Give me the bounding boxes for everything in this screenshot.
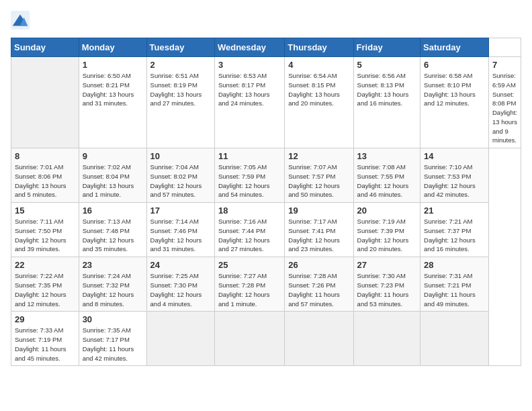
empty-cell [11, 57, 79, 148]
calendar-day-cell: 14Sunrise: 7:10 AMSunset: 7:53 PMDayligh… [420, 148, 489, 203]
day-number: 6 [424, 60, 485, 70]
day-info: Sunrise: 7:24 AMSunset: 7:32 PMDaylight:… [83, 271, 143, 308]
day-number: 23 [83, 260, 143, 270]
day-info: Sunrise: 7:16 AMSunset: 7:44 PMDaylight:… [218, 217, 281, 254]
day-info: Sunrise: 6:54 AMSunset: 8:15 PMDaylight:… [288, 71, 349, 108]
day-number: 22 [15, 260, 75, 270]
calendar-day-cell: 19Sunrise: 7:17 AMSunset: 7:41 PMDayligh… [285, 203, 353, 257]
day-info: Sunrise: 6:51 AMSunset: 8:19 PMDaylight:… [150, 71, 211, 108]
day-info: Sunrise: 6:59 AMSunset: 8:08 PMDaylight:… [492, 71, 517, 145]
day-number: 17 [150, 205, 211, 216]
day-number: 25 [218, 260, 281, 270]
day-number: 1 [83, 60, 143, 70]
calendar-day-cell: 16Sunrise: 7:13 AMSunset: 7:48 PMDayligh… [79, 203, 146, 257]
day-info: Sunrise: 7:33 AMSunset: 7:19 PMDaylight:… [15, 326, 75, 363]
day-info: Sunrise: 7:27 AMSunset: 7:28 PMDaylight:… [218, 271, 281, 308]
day-info: Sunrise: 7:07 AMSunset: 7:57 PMDaylight:… [288, 163, 349, 199]
calendar-day-cell [146, 312, 214, 366]
day-number: 24 [150, 260, 211, 270]
weekday-header-thursday: Thursday [285, 38, 353, 57]
weekday-header-sunday: Sunday [11, 38, 79, 57]
day-info: Sunrise: 7:10 AMSunset: 7:53 PMDaylight:… [424, 163, 485, 199]
day-info: Sunrise: 7:08 AMSunset: 7:55 PMDaylight:… [357, 163, 416, 199]
day-number: 7 [492, 60, 517, 70]
day-number: 8 [15, 151, 75, 161]
day-info: Sunrise: 7:05 AMSunset: 7:59 PMDaylight:… [218, 163, 281, 199]
weekday-header-wednesday: Wednesday [214, 38, 284, 57]
calendar-day-cell: 4Sunrise: 6:54 AMSunset: 8:15 PMDaylight… [285, 57, 353, 148]
day-number: 20 [357, 205, 416, 216]
calendar-day-cell: 18Sunrise: 7:16 AMSunset: 7:44 PMDayligh… [214, 203, 284, 257]
calendar-day-cell: 29Sunrise: 7:33 AMSunset: 7:19 PMDayligh… [11, 312, 79, 366]
day-number: 15 [15, 205, 75, 216]
day-info: Sunrise: 6:53 AMSunset: 8:17 PMDaylight:… [218, 71, 281, 108]
day-number: 27 [357, 260, 416, 270]
calendar-day-cell: 28Sunrise: 7:31 AMSunset: 7:21 PMDayligh… [420, 257, 489, 312]
calendar-day-cell: 8Sunrise: 7:01 AMSunset: 8:06 PMDaylight… [11, 148, 79, 203]
day-number: 3 [218, 60, 281, 70]
calendar-day-cell: 27Sunrise: 7:30 AMSunset: 7:23 PMDayligh… [353, 257, 420, 312]
day-number: 2 [150, 60, 211, 70]
calendar-day-cell: 24Sunrise: 7:25 AMSunset: 7:30 PMDayligh… [146, 257, 214, 312]
day-info: Sunrise: 7:21 AMSunset: 7:37 PMDaylight:… [424, 217, 485, 254]
day-number: 10 [150, 151, 211, 161]
calendar-day-cell: 12Sunrise: 7:07 AMSunset: 7:57 PMDayligh… [285, 148, 353, 203]
day-number: 14 [424, 151, 485, 161]
weekday-header-saturday: Saturday [420, 38, 489, 57]
day-info: Sunrise: 7:31 AMSunset: 7:21 PMDaylight:… [424, 271, 485, 308]
day-number: 11 [218, 151, 281, 161]
calendar-day-cell: 20Sunrise: 7:19 AMSunset: 7:39 PMDayligh… [353, 203, 420, 257]
weekday-header-monday: Monday [79, 38, 146, 57]
day-number: 13 [357, 151, 416, 161]
day-info: Sunrise: 7:02 AMSunset: 8:04 PMDaylight:… [83, 163, 143, 199]
calendar-day-cell: 23Sunrise: 7:24 AMSunset: 7:32 PMDayligh… [79, 257, 146, 312]
calendar-day-cell: 13Sunrise: 7:08 AMSunset: 7:55 PMDayligh… [353, 148, 420, 203]
day-info: Sunrise: 7:28 AMSunset: 7:26 PMDaylight:… [288, 271, 349, 308]
day-number: 19 [288, 205, 349, 216]
calendar-day-cell: 3Sunrise: 6:53 AMSunset: 8:17 PMDaylight… [214, 57, 284, 148]
weekday-header-friday: Friday [353, 38, 420, 57]
day-number: 12 [288, 151, 349, 161]
calendar-day-cell: 6Sunrise: 6:58 AMSunset: 8:10 PMDaylight… [420, 57, 489, 148]
day-info: Sunrise: 6:58 AMSunset: 8:10 PMDaylight:… [424, 71, 485, 108]
day-number: 21 [424, 205, 485, 216]
day-number: 30 [83, 314, 143, 324]
day-number: 29 [15, 314, 75, 324]
day-info: Sunrise: 6:50 AMSunset: 8:21 PMDaylight:… [83, 71, 143, 108]
day-info: Sunrise: 7:14 AMSunset: 7:46 PMDaylight:… [150, 217, 211, 254]
day-info: Sunrise: 7:19 AMSunset: 7:39 PMDaylight:… [357, 217, 416, 254]
calendar-day-cell: 9Sunrise: 7:02 AMSunset: 8:04 PMDaylight… [79, 148, 146, 203]
day-info: Sunrise: 6:56 AMSunset: 8:13 PMDaylight:… [357, 71, 416, 108]
calendar-day-cell [285, 312, 353, 366]
day-info: Sunrise: 7:17 AMSunset: 7:41 PMDaylight:… [288, 217, 349, 254]
day-info: Sunrise: 7:01 AMSunset: 8:06 PMDaylight:… [15, 163, 75, 199]
day-info: Sunrise: 7:30 AMSunset: 7:23 PMDaylight:… [357, 271, 416, 308]
day-number: 26 [288, 260, 349, 270]
day-info: Sunrise: 7:04 AMSunset: 8:02 PMDaylight:… [150, 163, 211, 199]
day-info: Sunrise: 7:11 AMSunset: 7:50 PMDaylight:… [15, 217, 75, 254]
calendar-day-cell: 26Sunrise: 7:28 AMSunset: 7:26 PMDayligh… [285, 257, 353, 312]
calendar-day-cell: 2Sunrise: 6:51 AMSunset: 8:19 PMDaylight… [146, 57, 214, 148]
calendar-day-cell: 15Sunrise: 7:11 AMSunset: 7:50 PMDayligh… [11, 203, 79, 257]
day-info: Sunrise: 7:13 AMSunset: 7:48 PMDaylight:… [83, 217, 143, 254]
calendar-day-cell [353, 312, 420, 366]
calendar-day-cell: 7Sunrise: 6:59 AMSunset: 8:08 PMDaylight… [488, 57, 521, 148]
day-number: 5 [357, 60, 416, 70]
day-number: 16 [83, 205, 143, 216]
calendar-day-cell: 30Sunrise: 7:35 AMSunset: 7:17 PMDayligh… [79, 312, 146, 366]
day-info: Sunrise: 7:25 AMSunset: 7:30 PMDaylight:… [150, 271, 211, 308]
day-number: 28 [424, 260, 485, 270]
calendar-day-cell [420, 312, 489, 366]
calendar-day-cell: 10Sunrise: 7:04 AMSunset: 8:02 PMDayligh… [146, 148, 214, 203]
day-number: 9 [83, 151, 143, 161]
day-number: 18 [218, 205, 281, 216]
calendar-day-cell: 25Sunrise: 7:27 AMSunset: 7:28 PMDayligh… [214, 257, 284, 312]
calendar-day-cell: 17Sunrise: 7:14 AMSunset: 7:46 PMDayligh… [146, 203, 214, 257]
day-info: Sunrise: 7:35 AMSunset: 7:17 PMDaylight:… [83, 326, 143, 363]
day-number: 4 [288, 60, 349, 70]
calendar-table: SundayMondayTuesdayWednesdayThursdayFrid… [11, 38, 521, 366]
calendar-day-cell: 1Sunrise: 6:50 AMSunset: 8:21 PMDaylight… [79, 57, 146, 148]
calendar-day-cell: 5Sunrise: 6:56 AMSunset: 8:13 PMDaylight… [353, 57, 420, 148]
calendar-day-cell: 11Sunrise: 7:05 AMSunset: 7:59 PMDayligh… [214, 148, 284, 203]
day-info: Sunrise: 7:22 AMSunset: 7:35 PMDaylight:… [15, 271, 75, 308]
